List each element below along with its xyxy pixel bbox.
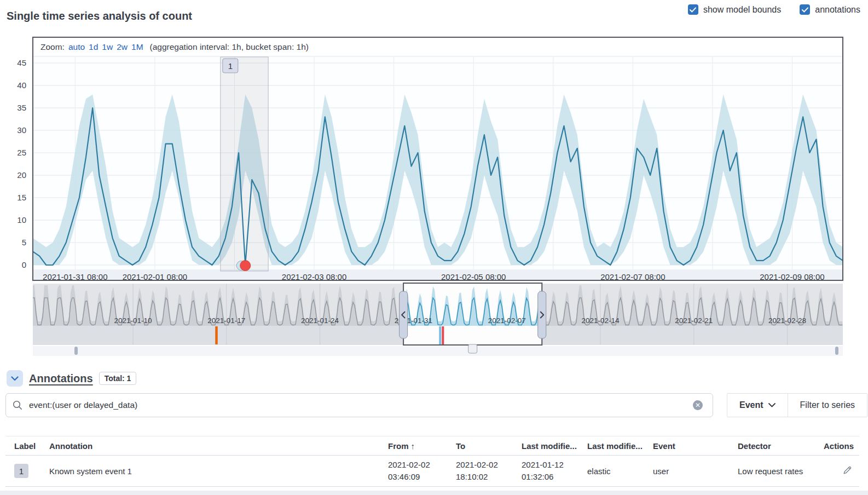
from-cell: 2021-02-02 03:46:09 [388,459,456,483]
checkbox-checked-icon[interactable] [800,4,810,15]
y-axis-label: 15 [17,193,26,202]
scrollbar-right-handle[interactable] [835,347,838,355]
aggregation-info: (aggregation interval: 1h, bucket span: … [150,42,309,51]
y-axis-label: 10 [17,215,26,225]
table-header-row: Label Annotation From↑ To Last modifie..… [5,436,859,456]
single-metric-viewer: Single time series analysis of count sho… [0,0,868,495]
nav-week-label: 2021-01-10 [114,316,152,325]
brush-handle-right[interactable] [538,291,546,338]
search-query-text[interactable]: event:(user or delayed_data) [29,400,686,410]
filter-button-group: Event Filter to series [727,393,867,417]
annotations-header: Annotations Total: 1 [7,370,136,387]
y-axis-label: 35 [17,103,26,112]
event-filter-label: Event [739,400,763,410]
chevron-down-icon [768,403,776,407]
y-axis-label: 30 [17,125,26,135]
sort-asc-icon: ↑ [411,441,415,451]
show-model-bounds-checkbox[interactable]: show model bounds [688,4,781,15]
page-title: Single time series analysis of count [7,10,192,22]
col-from[interactable]: From↑ [388,441,456,451]
event-filter-dropdown[interactable]: Event [727,394,788,417]
zoom-link-1d[interactable]: 1d [89,42,98,51]
annotation-text-cell: Known system event 1 [49,467,388,476]
annotations-label: annotations [815,5,860,15]
nav-week-label: 2021-02-07 [488,316,526,325]
last-modified-by-cell: elastic [587,467,653,476]
col-detector[interactable]: Detector [738,441,818,451]
y-axis-label: 0 [22,260,26,269]
zoom-label: Zoom: [40,42,65,51]
filter-to-series-button[interactable]: Filter to series [788,394,867,417]
zoom-link-1w[interactable]: 1w [102,42,113,51]
col-to[interactable]: To [456,441,522,451]
edit-annotation-button[interactable] [841,464,854,479]
anomaly-dot[interactable] [240,261,251,271]
col-actions: Actions [818,441,859,451]
zoom-link-1M[interactable]: 1M [131,42,143,51]
annotation-label-cell: 1 [5,464,49,478]
last-modified-date-cell: 2021-01-12 01:32:06 [522,459,587,483]
collapse-annotations-button[interactable] [7,370,23,387]
y-axis-label: 25 [17,148,26,157]
search-input[interactable]: event:(user or delayed_data) ✕ [5,393,713,417]
col-label[interactable]: Label [5,441,49,451]
nav-marker-tick [215,326,218,344]
annotation-label-badge: 1 [14,464,28,478]
nav-week-label: 2021-02-14 [581,316,620,325]
y-axis-label: 40 [17,80,26,90]
col-annotation[interactable]: Annotation [49,441,388,451]
table-row[interactable]: 1 Known system event 1 2021-02-02 03:46:… [5,456,859,487]
zoom-link-auto[interactable]: auto [68,42,85,51]
bottom-divider [0,491,868,495]
annotations-title[interactable]: Annotations [29,372,93,385]
annotations-table: Label Annotation From↑ To Last modifie..… [5,436,859,487]
zoom-controls: Zoom:auto1d1w2w1M(aggregation interval: … [40,42,309,52]
y-axis-label: 20 [17,170,26,180]
annotations-filter-bar: event:(user or delayed_data) ✕ Event Fil… [0,393,868,417]
nav-week-label: 2021-02-21 [675,316,713,325]
zoom-link-2w[interactable]: 2w [117,42,128,51]
chart-options: show model bounds annotations [688,4,860,15]
timeseries-chart: 0510152025303540452021-01-31 08:002021-0… [0,25,868,387]
detector-cell: Low request rates [738,467,818,476]
total-badge: Total: 1 [99,372,137,385]
y-axis-label: 45 [17,58,26,67]
show-model-bounds-label: show model bounds [703,5,781,15]
col-event[interactable]: Event [653,441,738,451]
col-last-modified-by[interactable]: Last modifie... [587,441,653,451]
brush-handle-left[interactable] [400,291,408,338]
col-last-modified-date[interactable]: Last modifie... [522,441,587,451]
y-axis-label: 5 [22,238,26,247]
annotations-checkbox[interactable]: annotations [800,4,860,15]
to-cell: 2021-02-02 18:10:02 [456,459,522,483]
nav-marker-tick [442,326,444,344]
navigator-scrollbar-track[interactable] [33,346,843,356]
pencil-icon [842,465,853,476]
nav-week-label: 2021-01-17 [207,316,245,325]
checkbox-checked-icon[interactable] [688,4,698,15]
timeseries-svg[interactable]: 0510152025303540452021-01-31 08:002021-0… [0,25,868,387]
annotation-badge-label: 1 [228,61,233,71]
clear-search-button[interactable]: ✕ [693,400,703,410]
search-icon [13,400,22,410]
chevron-down-icon [11,376,19,381]
event-cell: user [653,467,738,476]
nav-week-label: 2021-02-28 [768,316,806,325]
selection-drag-handle[interactable] [468,344,477,353]
nav-marker-tick [439,326,441,344]
scrollbar-left-handle[interactable] [74,347,78,355]
nav-week-label: 2021-01-24 [301,316,339,325]
